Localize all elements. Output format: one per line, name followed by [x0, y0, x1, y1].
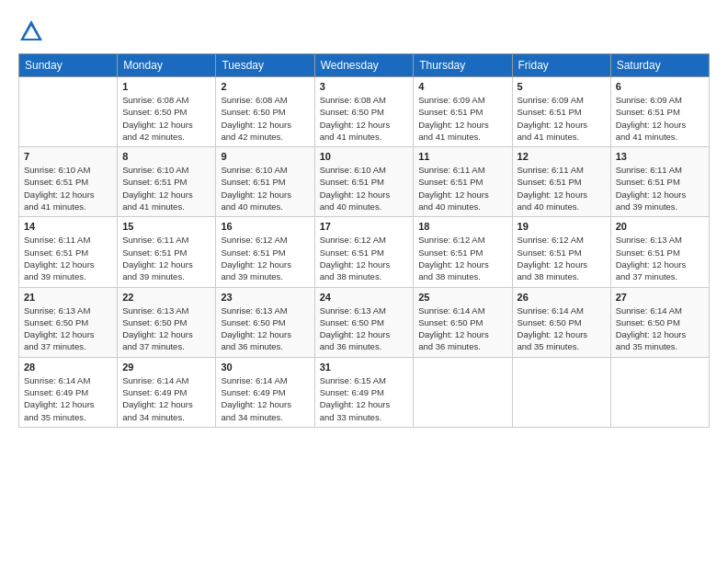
- day-of-week-header: Wednesday: [314, 54, 414, 77]
- calendar-cell: 18Sunrise: 6:12 AM Sunset: 6:51 PM Dayli…: [414, 217, 512, 287]
- calendar-cell: 3Sunrise: 6:08 AM Sunset: 6:50 PM Daylig…: [314, 77, 414, 147]
- calendar-cell: 15Sunrise: 6:11 AM Sunset: 6:51 PM Dayli…: [118, 217, 216, 287]
- day-info: Sunrise: 6:12 AM Sunset: 6:51 PM Dayligh…: [221, 234, 309, 282]
- day-number: 15: [122, 221, 210, 232]
- day-number: 13: [616, 151, 704, 162]
- day-info: Sunrise: 6:08 AM Sunset: 6:50 PM Dayligh…: [221, 94, 309, 143]
- day-info: Sunrise: 6:12 AM Sunset: 6:51 PM Dayligh…: [320, 234, 409, 282]
- day-info: Sunrise: 6:11 AM Sunset: 6:51 PM Dayligh…: [518, 164, 606, 213]
- day-info: Sunrise: 6:10 AM Sunset: 6:51 PM Dayligh…: [221, 164, 309, 213]
- day-info: Sunrise: 6:09 AM Sunset: 6:51 PM Dayligh…: [518, 94, 606, 143]
- day-number: 26: [518, 292, 606, 303]
- calendar-cell: 7Sunrise: 6:10 AM Sunset: 6:51 PM Daylig…: [19, 147, 118, 217]
- calendar-week-row: 7Sunrise: 6:10 AM Sunset: 6:51 PM Daylig…: [19, 147, 710, 217]
- calendar-cell: 20Sunrise: 6:13 AM Sunset: 6:51 PM Dayli…: [610, 217, 709, 287]
- day-number: 23: [221, 292, 309, 303]
- day-of-week-header: Monday: [118, 54, 216, 77]
- calendar-cell: 28Sunrise: 6:14 AM Sunset: 6:49 PM Dayli…: [19, 357, 118, 427]
- day-number: 24: [320, 292, 409, 303]
- calendar-cell: 11Sunrise: 6:11 AM Sunset: 6:51 PM Dayli…: [414, 147, 512, 217]
- day-info: Sunrise: 6:11 AM Sunset: 6:51 PM Dayligh…: [616, 164, 704, 213]
- calendar-cell: 4Sunrise: 6:09 AM Sunset: 6:51 PM Daylig…: [414, 77, 512, 147]
- calendar-week-row: 28Sunrise: 6:14 AM Sunset: 6:49 PM Dayli…: [19, 357, 710, 427]
- calendar-cell: [512, 357, 610, 427]
- calendar-cell: 25Sunrise: 6:14 AM Sunset: 6:50 PM Dayli…: [414, 287, 512, 357]
- day-number: 3: [320, 81, 409, 92]
- day-info: Sunrise: 6:11 AM Sunset: 6:51 PM Dayligh…: [24, 234, 112, 282]
- day-of-week-header: Friday: [512, 54, 610, 77]
- calendar-table: SundayMondayTuesdayWednesdayThursdayFrid…: [18, 53, 710, 428]
- calendar-cell: [414, 357, 512, 427]
- calendar-cell: 23Sunrise: 6:13 AM Sunset: 6:50 PM Dayli…: [216, 287, 314, 357]
- calendar-cell: 9Sunrise: 6:10 AM Sunset: 6:51 PM Daylig…: [216, 147, 314, 217]
- calendar-cell: [19, 77, 118, 147]
- calendar-cell: 31Sunrise: 6:15 AM Sunset: 6:49 PM Dayli…: [314, 357, 414, 427]
- day-info: Sunrise: 6:13 AM Sunset: 6:50 PM Dayligh…: [24, 304, 112, 353]
- day-number: 2: [221, 81, 309, 92]
- day-number: 27: [616, 292, 704, 303]
- day-number: 12: [518, 151, 606, 162]
- day-info: Sunrise: 6:13 AM Sunset: 6:50 PM Dayligh…: [320, 304, 409, 353]
- day-number: 22: [122, 292, 210, 303]
- day-info: Sunrise: 6:11 AM Sunset: 6:51 PM Dayligh…: [418, 164, 506, 213]
- day-number: 29: [122, 362, 210, 373]
- calendar-cell: 12Sunrise: 6:11 AM Sunset: 6:51 PM Dayli…: [512, 147, 610, 217]
- day-number: 25: [418, 292, 506, 303]
- day-info: Sunrise: 6:13 AM Sunset: 6:51 PM Dayligh…: [616, 234, 704, 282]
- calendar-cell: 27Sunrise: 6:14 AM Sunset: 6:50 PM Dayli…: [610, 287, 709, 357]
- day-info: Sunrise: 6:14 AM Sunset: 6:50 PM Dayligh…: [418, 304, 506, 353]
- day-info: Sunrise: 6:10 AM Sunset: 6:51 PM Dayligh…: [122, 164, 210, 213]
- day-info: Sunrise: 6:09 AM Sunset: 6:51 PM Dayligh…: [616, 94, 704, 143]
- day-of-week-header: Tuesday: [216, 54, 314, 77]
- day-info: Sunrise: 6:14 AM Sunset: 6:49 PM Dayligh…: [24, 374, 112, 423]
- day-info: Sunrise: 6:13 AM Sunset: 6:50 PM Dayligh…: [122, 304, 210, 353]
- calendar-cell: 16Sunrise: 6:12 AM Sunset: 6:51 PM Dayli…: [216, 217, 314, 287]
- calendar-cell: 29Sunrise: 6:14 AM Sunset: 6:49 PM Dayli…: [118, 357, 216, 427]
- day-info: Sunrise: 6:12 AM Sunset: 6:51 PM Dayligh…: [518, 234, 606, 282]
- calendar-week-row: 21Sunrise: 6:13 AM Sunset: 6:50 PM Dayli…: [19, 287, 710, 357]
- day-number: 30: [221, 362, 309, 373]
- logo: [18, 18, 48, 44]
- day-number: 1: [122, 81, 210, 92]
- calendar-cell: [610, 357, 709, 427]
- day-info: Sunrise: 6:10 AM Sunset: 6:51 PM Dayligh…: [24, 164, 112, 213]
- day-info: Sunrise: 6:11 AM Sunset: 6:51 PM Dayligh…: [122, 234, 210, 282]
- day-of-week-header: Saturday: [610, 54, 709, 77]
- day-info: Sunrise: 6:15 AM Sunset: 6:49 PM Dayligh…: [320, 374, 409, 423]
- day-info: Sunrise: 6:14 AM Sunset: 6:49 PM Dayligh…: [122, 374, 210, 423]
- day-info: Sunrise: 6:09 AM Sunset: 6:51 PM Dayligh…: [418, 94, 506, 143]
- day-number: 28: [24, 362, 112, 373]
- calendar-week-row: 1Sunrise: 6:08 AM Sunset: 6:50 PM Daylig…: [19, 77, 710, 147]
- calendar-cell: 24Sunrise: 6:13 AM Sunset: 6:50 PM Dayli…: [314, 287, 414, 357]
- day-info: Sunrise: 6:13 AM Sunset: 6:50 PM Dayligh…: [221, 304, 309, 353]
- calendar-cell: 30Sunrise: 6:14 AM Sunset: 6:49 PM Dayli…: [216, 357, 314, 427]
- day-of-week-header: Sunday: [19, 54, 118, 77]
- day-info: Sunrise: 6:08 AM Sunset: 6:50 PM Dayligh…: [122, 94, 210, 143]
- calendar-cell: 22Sunrise: 6:13 AM Sunset: 6:50 PM Dayli…: [118, 287, 216, 357]
- day-number: 8: [122, 151, 210, 162]
- day-number: 9: [221, 151, 309, 162]
- day-info: Sunrise: 6:10 AM Sunset: 6:51 PM Dayligh…: [320, 164, 409, 213]
- day-number: 10: [320, 151, 409, 162]
- calendar-cell: 6Sunrise: 6:09 AM Sunset: 6:51 PM Daylig…: [610, 77, 709, 147]
- calendar-cell: 21Sunrise: 6:13 AM Sunset: 6:50 PM Dayli…: [19, 287, 118, 357]
- day-number: 14: [24, 221, 112, 232]
- day-number: 5: [518, 81, 606, 92]
- day-info: Sunrise: 6:12 AM Sunset: 6:51 PM Dayligh…: [418, 234, 506, 282]
- day-number: 17: [320, 221, 409, 232]
- day-number: 7: [24, 151, 112, 162]
- calendar-cell: 13Sunrise: 6:11 AM Sunset: 6:51 PM Dayli…: [610, 147, 709, 217]
- calendar-cell: 1Sunrise: 6:08 AM Sunset: 6:50 PM Daylig…: [118, 77, 216, 147]
- calendar-cell: 26Sunrise: 6:14 AM Sunset: 6:50 PM Dayli…: [512, 287, 610, 357]
- day-number: 6: [616, 81, 704, 92]
- day-number: 19: [518, 221, 606, 232]
- calendar-cell: 5Sunrise: 6:09 AM Sunset: 6:51 PM Daylig…: [512, 77, 610, 147]
- day-info: Sunrise: 6:14 AM Sunset: 6:50 PM Dayligh…: [518, 304, 606, 353]
- calendar-header-row: SundayMondayTuesdayWednesdayThursdayFrid…: [19, 54, 710, 77]
- day-of-week-header: Thursday: [414, 54, 512, 77]
- day-number: 21: [24, 292, 112, 303]
- day-number: 16: [221, 221, 309, 232]
- page-header: [18, 18, 710, 44]
- calendar-cell: 19Sunrise: 6:12 AM Sunset: 6:51 PM Dayli…: [512, 217, 610, 287]
- day-info: Sunrise: 6:08 AM Sunset: 6:50 PM Dayligh…: [320, 94, 409, 143]
